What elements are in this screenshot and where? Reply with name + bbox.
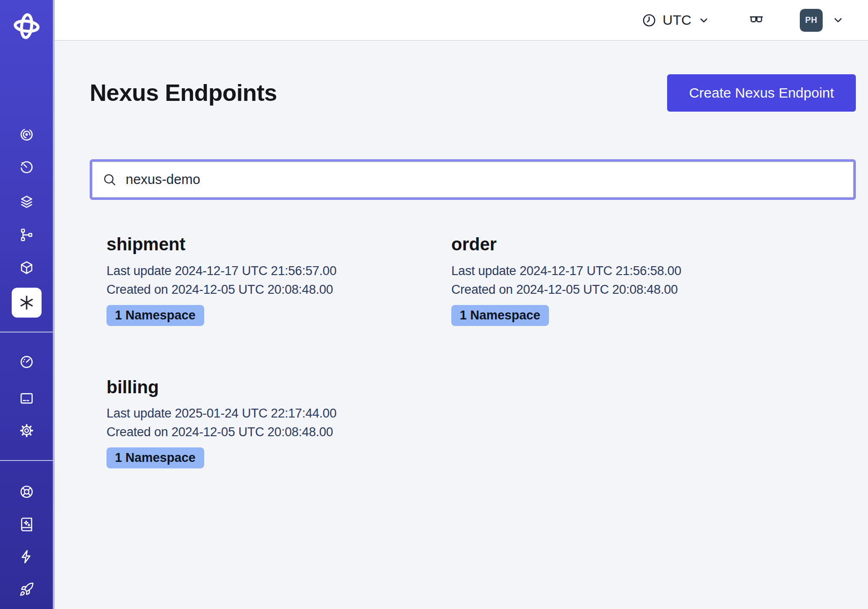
sidebar-item-schedules[interactable] (0, 157, 53, 177)
endpoint-created-on: Created on 2024-12-05 UTC 20:08:48.00 (107, 280, 434, 299)
endpoint-name: billing (107, 376, 434, 399)
endpoint-name: order (451, 234, 779, 256)
life-buoy-icon (19, 484, 34, 499)
sidebar-item-docs[interactable] (0, 514, 53, 535)
endpoint-name: shipment (107, 234, 434, 256)
endpoint-last-update: Last update 2025-01-24 UTC 22:17:44.00 (107, 404, 434, 423)
book-sparkles-icon (19, 517, 34, 532)
page-header-row: Nexus Endpoints Create Nexus Endpoint (90, 74, 856, 112)
clock-icon (642, 13, 656, 28)
timer-icon (19, 160, 34, 175)
search-icon (102, 172, 117, 187)
lightning-icon (19, 549, 34, 564)
temporal-logo-icon (12, 12, 41, 41)
sidebar-item-feedback[interactable] (0, 546, 53, 567)
sidebar-item-batch[interactable] (0, 257, 53, 278)
create-nexus-endpoint-button[interactable]: Create Nexus Endpoint (667, 74, 856, 112)
avatar: PH (800, 9, 823, 32)
sidebar-item-deployments[interactable] (0, 225, 53, 245)
chevron-down-icon (697, 14, 710, 27)
rocket-icon (19, 582, 34, 597)
account-menu[interactable]: PH (800, 9, 845, 32)
nexus-selected-highlight (12, 288, 42, 318)
namespace-count-badge: 1 Namespace (107, 305, 204, 326)
endpoint-card-shipment[interactable]: shipment Last update 2024-12-17 UTC 21:5… (90, 234, 434, 326)
sidebar-item-nexus[interactable] (0, 288, 53, 318)
top-bar: UTC PH (55, 0, 868, 41)
layers-icon (19, 194, 34, 209)
browser-window-icon (19, 391, 34, 406)
endpoint-card-order[interactable]: order Last update 2024-12-17 UTC 21:56:5… (434, 234, 779, 326)
timezone-selector[interactable]: UTC (642, 12, 710, 28)
endpoint-created-on: Created on 2024-12-05 UTC 20:08:48.00 (107, 423, 434, 441)
sidebar-item-getting-started[interactable] (0, 579, 53, 600)
namespace-count-badge: 1 Namespace (451, 305, 549, 326)
page-title: Nexus Endpoints (90, 80, 277, 106)
reader-mode-button[interactable] (747, 12, 765, 28)
radar-icon (19, 127, 34, 142)
endpoint-list: shipment Last update 2024-12-17 UTC 21:5… (90, 234, 856, 468)
endpoint-card-billing[interactable]: billing Last update 2025-01-24 UTC 22:17… (90, 376, 434, 469)
gauge-icon (19, 354, 34, 369)
sidebar-item-usage[interactable] (0, 352, 53, 372)
sidebar-item-workflows[interactable] (0, 124, 53, 145)
sidebar-divider (0, 460, 53, 461)
sidebar-item-settings[interactable] (0, 420, 53, 441)
branch-icon (19, 227, 34, 242)
namespace-count-badge: 1 Namespace (107, 447, 204, 468)
sidebar-item-namespaces[interactable] (0, 191, 53, 212)
endpoint-last-update: Last update 2024-12-17 UTC 21:56:57.00 (107, 262, 434, 280)
sidebar-item-support[interactable] (0, 482, 53, 502)
gear-icon (19, 423, 34, 438)
endpoint-created-on: Created on 2024-12-05 UTC 20:08:48.00 (451, 280, 779, 299)
cube-icon (19, 260, 34, 275)
asterisk-nexus-icon (18, 294, 35, 311)
glasses-icon (747, 12, 765, 28)
sidebar-item-billing[interactable] (0, 388, 53, 409)
endpoint-last-update: Last update 2024-12-17 UTC 21:56:58.00 (451, 262, 779, 280)
sidebar (0, 0, 55, 609)
app-logo[interactable] (0, 12, 53, 41)
timezone-label: UTC (662, 12, 691, 28)
chevron-down-icon (832, 14, 845, 27)
endpoint-search-box (90, 159, 856, 200)
main-content: Nexus Endpoints Create Nexus Endpoint sh… (55, 41, 868, 609)
sidebar-divider (0, 332, 53, 333)
search-input[interactable] (125, 171, 843, 188)
